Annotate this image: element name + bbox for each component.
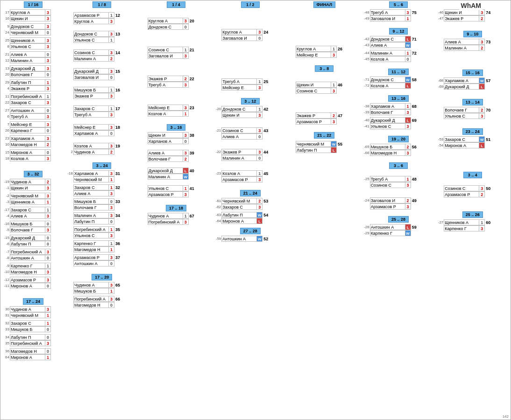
match-lb3: -17Захаров С1 -4Алиев А3 — [2, 207, 64, 219]
match-7: 11Погребинский А1 22Захаров С3 — [2, 93, 64, 105]
match-3-8-2: Экажев Р247 Арзамасов Р3 — [288, 112, 361, 125]
match-25: Трегуб А125 Мейснер Е3 — [214, 78, 286, 91]
match-7-8: -46Щекин И374 -47Экажев Р2 — [436, 9, 509, 21]
match-6: 29Лабутин П1 4Экажев Р3 — [2, 79, 64, 91]
match-17-24-3: 34Лабутин П0 35Погребинский А3 — [2, 334, 64, 346]
match-lb2: -2Чернявский М3 -3Щенников А1 — [2, 193, 64, 205]
match-lb-r2-3: Мишуков Б033 Волочаев Г3 — [66, 198, 138, 210]
match-2: 9Дондоков С3 24Чернявский М0 — [2, 23, 64, 35]
round-header-27-28: 27 .. 28 — [240, 228, 261, 234]
match-14: Созинов С314 Малинин А2 — [66, 49, 138, 62]
match-23-24: -53Захаров СW51 -54Миронов АL — [436, 136, 509, 148]
match-lb4: -16Мишуков Б0 -5Волочаев Г3 — [2, 221, 64, 233]
round-header-3-32: 3 .. 32 — [24, 171, 43, 177]
match-10: 23Харламов А3 10Магомедов Н2 — [2, 135, 64, 147]
round-header-final: ФИНАЛ — [313, 1, 336, 8]
round-header-19-20: 19 .. 20 — [388, 136, 409, 142]
match-lb-r2-1: -18Харламов А331 Чернявский М1 — [66, 170, 138, 182]
match-lb-r3-4: Ульянов С141 Арзамасов Р3 — [140, 185, 213, 197]
match-15-16: -68Харламов АW57 -69Дукарский ДL — [436, 77, 509, 90]
round-header-1-2: 1 / 2 — [241, 1, 260, 8]
match-8: 27Антошкин А0 6Трегуб А3 — [2, 107, 64, 119]
round-header-1-8: 1 / 8 — [92, 1, 111, 8]
round-header-11-12: 11 .. 12 — [388, 69, 409, 75]
match-17: Захаров С117 Трегуб А3 — [66, 105, 138, 118]
round-header-3-4: 3 .. 4 — [463, 172, 482, 178]
round-header-17-18: 17 .. 18 — [166, 205, 186, 211]
match-9-10: Алиев А373 Малинин А2 — [436, 39, 509, 51]
match-13-16-2: -40Дукарский ДL69 -41Ульянов С3 — [362, 117, 435, 129]
match-25-26: -27Щенников А160 Карпенко Г3 — [436, 219, 509, 231]
round-header-3-24: 3 .. 24 — [92, 162, 111, 169]
match-18: Мейснер Е318 Харламов А0 — [66, 124, 138, 136]
match-12: Арзамасов Р112 Круглов А3 — [66, 12, 138, 24]
match-3-4: Созинов С350 Арзамасов Р2 — [436, 185, 509, 197]
round-header-3-12: 3 .. 12 — [241, 98, 260, 105]
match-13-16-1: -38Харламов А168 -39Волочаев Г3 — [362, 103, 435, 115]
match-lb-r3-1: Щекин И338 Харланов А0 — [140, 132, 213, 144]
match-lb-r4-3: -22Экажев Р344 Малинин А0 — [214, 149, 286, 161]
match-9-12-2: -44Малинин А172 -45Козлов А0 — [362, 50, 435, 62]
match-17-24-2: 32Захаров С1 33Мишуков Б0 — [2, 320, 64, 332]
match-lb6: -7Погребинский А3 -8Антошкин А0 — [2, 249, 64, 261]
match-lb-r3-2: Алиев А339 Волочаев Г2 — [140, 150, 213, 162]
round-header-17-20: 17 .. 20 — [92, 274, 112, 280]
round-header-17-24: 17 .. 24 — [23, 298, 43, 305]
match-lb-r2-2: Захаров С132 Алиев А3 — [66, 184, 138, 196]
round-header-1-4: 1 / 4 — [167, 1, 185, 8]
match-5-6: -48Трегуб А375 -49Заговалов И1 — [362, 9, 435, 21]
match-lb7: -9Карпенко Г1 -10Магомедов Н3 — [2, 263, 64, 275]
match-final: Круглов А126 Мейснер Е3 — [288, 46, 361, 58]
match-17-20-1: Чудинов А365 Мишуков Б1 — [66, 282, 138, 294]
match-13-14: Волочаев Г270 Ульянов С3 — [436, 107, 509, 119]
match-lb-r3-3: Дукарской ДL40 Малинин АW — [140, 168, 213, 180]
match-lb8: -12Арзамасов Р3 -11Миронов А0 — [2, 277, 64, 289]
match-lb5: -15Дукарский Д0 -6Лабутин П0 — [2, 235, 64, 247]
match-11: 15Миронов А0 18Козлов А3 — [2, 149, 64, 161]
match-5: 13Дукарский Д3 20Волочаев Г0 — [2, 65, 64, 77]
match-23: Мейснер Е323 Козлов А1 — [140, 105, 213, 117]
match-lb1: -19Чудинов А2 -1Щекин И3 — [2, 179, 64, 191]
match-17-24-1: 30Чудинов А3 31Чернявский М1 — [2, 306, 64, 318]
match-3: 25Щенников А3 8Ульянов С3 — [2, 37, 64, 49]
match-17-24-4: 36Магомедов Н0 64Миронов А1 — [2, 348, 64, 360]
match-27-28: -59Антошкин АW52 — [214, 236, 286, 242]
round-header-1-16: 1 / 16 — [24, 1, 43, 8]
match-17-18: Чудинов А167 Погребинский А3 — [140, 213, 213, 225]
match-16: Мишуков Б116 Экажев Р3 — [66, 87, 138, 99]
match-lb-r4-2: -21Созинов С343 Алиев А0 — [214, 127, 286, 140]
match-11-12: -71Дондоков СW58 -72Козлов АL — [362, 77, 435, 89]
match-19-20: -65Мишуков Б256 -66Магомедов Н3 — [362, 144, 435, 156]
round-header-25-26: 25 .. 26 — [462, 211, 483, 218]
match-lb-r4-4: -23Козлов А145 Арзамасов Р3 — [214, 170, 286, 182]
match-lb-r2-4: Малинин А334 Лабутин П0 — [66, 212, 138, 224]
round-header-21-24: 21 .. 24 — [240, 190, 261, 196]
match-9-12-1: -42Дондоков СL71 -43Алиев АW — [362, 36, 435, 48]
round-header-3-8: 3 .. 8 — [315, 65, 334, 72]
round-header-23-24: 23 .. 24 — [462, 128, 483, 135]
match-3-6-2: -24Заговалов И249 Арзамасов Р3 — [362, 197, 435, 210]
match-9: 7Мейснер Е3 26Карпенко Г0 — [2, 121, 64, 133]
round-header-25-28: 25 .. 28 — [388, 216, 409, 223]
round-header-13-14: 13 .. 14 — [462, 99, 483, 105]
match-1: 17Круглов А3 16Щекин И3 — [2, 9, 64, 21]
match-3-8: Щекин И146 Созинов С3 — [288, 82, 361, 94]
watermark: WhAM — [459, 1, 483, 10]
match-19: Козлов А319 2Чудинов А2 — [66, 143, 138, 155]
match-lb-r4-1: -20Дондоков С142 Щекин И3 — [214, 106, 286, 118]
match-4: 21Алиев А0 12Малинин А3 — [2, 51, 64, 63]
round-header-9-12: 9 .. 12 — [389, 28, 408, 35]
round-header-15-16: 15 .. 16 — [462, 70, 483, 76]
round-header-21-22: 21 .. 22 — [314, 132, 334, 139]
match-15: Дукарский Д315 Заговалов И0 — [66, 68, 138, 80]
match-25-28-1: -28Антошкин АL59 -29Карпенко ГW — [362, 224, 435, 236]
round-header-13-16: 13 .. 16 — [388, 95, 409, 102]
match-20: Круглов А320 Дондоков С0 — [140, 18, 213, 30]
match-lb-r2-5: Погребинский А135 Ульянов С3 — [66, 226, 138, 238]
round-header-3-16: 3 .. 16 — [167, 124, 185, 131]
match-21: Созинов С121 Заговалов И3 — [140, 47, 213, 59]
match-13: Дондоков С313 Ульянов С1 — [66, 31, 138, 43]
match-21-24: -61Чернявский М253 -62Захаров С3 — [214, 198, 286, 210]
match-17-20-2: Погребинский А366 Магомедов Н0 — [66, 296, 138, 308]
match-24: Круглов А324 Заговалов И0 — [214, 29, 286, 41]
